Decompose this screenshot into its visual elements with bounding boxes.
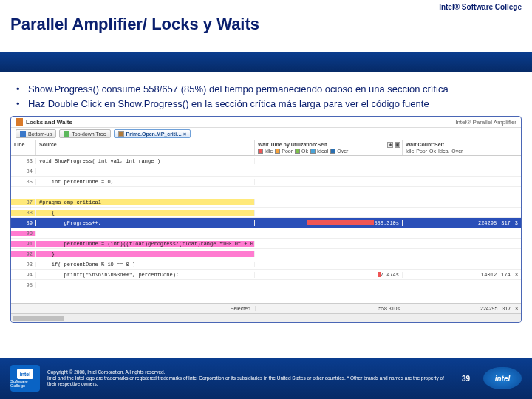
bullet-item: • Haz Double Click en Show.Progress() en… <box>16 98 516 111</box>
source-row[interactable]: 84 <box>11 166 521 177</box>
line-number: 83 <box>11 158 36 164</box>
line-number: 88 <box>11 210 36 216</box>
source-tab-label: Prime.Open.MP_criti… × <box>126 132 187 137</box>
bullet-item: • Show.Progress() consume 558/657 (85%) … <box>16 83 516 96</box>
intel-chip-icon: intel <box>17 369 33 379</box>
col-collapse-icon[interactable]: ▣ <box>395 142 400 148</box>
legend-ok: Ok <box>301 149 308 154</box>
source-row[interactable]: 94 printf("\b\b\b\b%3d%%", percentDone);… <box>11 270 521 280</box>
legend-over: Over <box>337 149 348 154</box>
college-label: Intel® Software College <box>439 3 522 11</box>
col-waitcount-header[interactable]: Wait Count:Self Idle Poor Ok Ideal Over <box>403 140 521 155</box>
selected-wc-ok: 3 <box>515 306 518 311</box>
col-config-icon[interactable]: ✶ <box>387 142 393 148</box>
line-number: 95 <box>11 282 36 288</box>
legend-idle: Idle <box>406 149 414 154</box>
slide-title: Parallel Amplifier/ Locks y Waits <box>10 15 522 34</box>
source-row[interactable]: 91 percentDone = (int)((float)gProgress/… <box>11 239 521 249</box>
line-number: 85 <box>11 179 36 185</box>
horizontal-scrollbar[interactable] <box>11 313 521 322</box>
top-down-label: Top-down Tree <box>72 132 106 137</box>
close-icon <box>118 131 124 137</box>
line-number: 89 <box>11 220 36 226</box>
selected-wc-poor: 317 <box>502 306 511 311</box>
view-toolbar: Bottom-up Top-down Tree Prime.Open.MP_cr… <box>11 127 521 140</box>
software-college-logo: intel Software College <box>10 365 40 392</box>
legend-ideal: Ideal <box>438 149 449 154</box>
selected-summary-row: Selected 558.310s 224295 317 3 <box>11 303 521 313</box>
bottom-up-icon <box>20 131 26 137</box>
bullet-text: Haz Double Click en Show.Progress() en l… <box>28 98 429 111</box>
col-source-header[interactable]: Source <box>36 140 255 155</box>
brand-label: Intel® Parallel Amplifier <box>455 119 516 126</box>
header-band <box>0 52 532 72</box>
source-row[interactable] <box>11 187 521 197</box>
source-rows: 83void ShowProgress( int val, int range … <box>11 156 521 303</box>
col-waittime-label: Wait Time by Utilization:Self <box>258 142 327 147</box>
top-down-button[interactable]: Top-down Tree <box>59 129 110 138</box>
source-row[interactable]: 93 if( percentDone % 10 == 0 ) <box>11 259 521 270</box>
util-legend: Idle Poor Ok Ideal Over <box>258 149 399 154</box>
selected-label: Selected <box>11 306 255 311</box>
slide-header: Intel® Software College Parallel Amplifi… <box>0 0 532 52</box>
source-row[interactable]: 95 <box>11 280 521 290</box>
source-code: #pragma omp critical <box>36 200 255 205</box>
line-number: 91 <box>11 241 36 247</box>
source-code: if( percentDone % 10 == 0 ) <box>36 262 255 267</box>
legend-idle-icon <box>258 149 263 154</box>
scrollbar-thumb[interactable] <box>13 316 64 321</box>
legend-poor: Poor <box>416 149 427 154</box>
source-row[interactable]: 87#pragma omp critical <box>11 197 521 208</box>
col-waittime-header[interactable]: Wait Time by Utilization:Self ✶ ▣ Idle P… <box>255 140 403 155</box>
source-code: percentDone = (int)((float)gProgress/(fl… <box>36 241 255 247</box>
app-icon <box>16 118 23 126</box>
page-number: 39 <box>462 375 470 383</box>
selected-waittime: 558.310s <box>255 306 403 311</box>
legend-ideal: Ideal <box>317 149 328 154</box>
legend-idle: Idle <box>265 149 273 154</box>
col-waitcount-label: Wait Count:Self <box>406 142 444 147</box>
line-number: 93 <box>11 262 36 267</box>
source-row[interactable]: 88 { <box>11 208 521 218</box>
wait-count-cell: 140121743 <box>403 272 521 278</box>
bullet-list: • Show.Progress() consume 558/657 (85%) … <box>0 72 532 115</box>
bottom-up-button[interactable]: Bottom-up <box>16 129 56 138</box>
source-code: } <box>36 251 255 257</box>
source-row[interactable]: 90 <box>11 228 521 239</box>
bullet-text: Show.Progress() consume 558/657 (85%) de… <box>28 83 449 96</box>
legend-over: Over <box>451 149 463 154</box>
line-number: 94 <box>11 272 36 278</box>
line-number: 90 <box>11 231 36 236</box>
source-row[interactable]: 89 gProgress++; 558.310s2242953173 <box>11 218 521 228</box>
line-number: 87 <box>11 200 36 205</box>
line-number: 92 <box>11 251 36 257</box>
source-row[interactable]: 92 } <box>11 249 521 259</box>
source-tab[interactable]: Prime.Open.MP_criti… × <box>114 129 191 138</box>
source-row[interactable]: 83void ShowProgress( int val, int range … <box>11 156 521 166</box>
bullet-dot-icon: • <box>16 83 28 96</box>
column-headers: Line Source Wait Time by Utilization:Sel… <box>11 140 521 156</box>
source-code: gProgress++; <box>36 220 255 226</box>
window-titlebar: Locks and Waits Intel® Parallel Amplifie… <box>11 117 521 127</box>
bottom-up-label: Bottom-up <box>28 132 52 137</box>
top-down-icon <box>64 131 69 137</box>
legend-ideal-icon <box>310 149 316 154</box>
legend-ok: Ok <box>429 149 436 154</box>
intel-logo: intel <box>483 367 522 389</box>
amplifier-window: Locks and Waits Intel® Parallel Amplifie… <box>10 116 522 323</box>
legal-line: Intel and the Intel logo are trademarks … <box>47 375 449 387</box>
util-legend-2: Idle Poor Ok Ideal Over <box>406 149 518 154</box>
col-line-header[interactable]: Line <box>11 140 36 155</box>
legend-over-icon <box>330 149 335 154</box>
sc-text: Software College <box>10 379 40 388</box>
legend-poor-icon <box>275 149 280 154</box>
bullet-dot-icon: • <box>16 98 28 111</box>
copyright-block: Copyright © 2008, Intel Corporation. All… <box>47 369 449 387</box>
copyright-line: Copyright © 2008, Intel Corporation. All… <box>47 369 449 375</box>
source-code: printf("\b\b\b\b%3d%%", percentDone); <box>36 272 255 278</box>
source-code: void ShowProgress( int val, int range ) <box>36 158 255 164</box>
window-title: Locks and Waits <box>26 119 72 126</box>
source-code: int percentDone = 0; <box>36 179 255 185</box>
source-row[interactable]: 85 int percentDone = 0; <box>11 177 521 187</box>
legend-poor: Poor <box>282 149 293 154</box>
